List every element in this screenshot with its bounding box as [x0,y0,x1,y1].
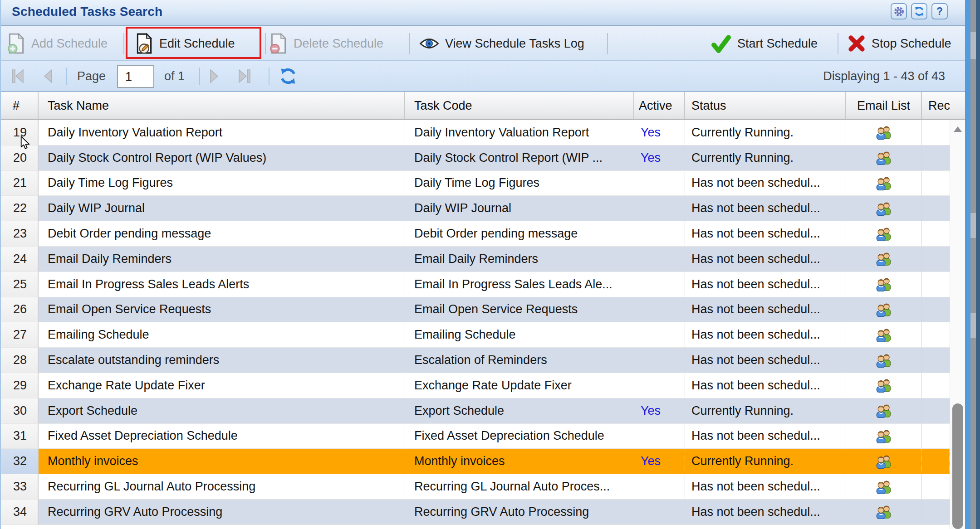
recipients-cell[interactable] [922,221,950,247]
column-header-email-list[interactable]: Email List [846,92,922,119]
task-name-cell[interactable]: Export Schedule [39,398,405,424]
email-list-people-icon[interactable] [875,277,892,291]
recipients-cell[interactable] [922,398,950,424]
task-name-cell[interactable]: Daily Stock Control Report (WIP Values) [39,146,405,171]
table-row[interactable]: 19 Daily Inventory Valuation Report Dail… [0,120,950,146]
table-row[interactable]: 25 Email In Progress Sales Leads Alerts … [0,272,950,297]
task-name-cell[interactable]: Debit Order pending message [39,221,405,247]
active-cell[interactable]: Yes [634,146,685,171]
task-code-cell[interactable]: Monthly invoices [405,449,634,474]
status-cell[interactable]: Has not been schedul... [685,196,846,221]
status-cell[interactable]: Has not been schedul... [685,171,846,196]
task-code-cell[interactable]: Emailing Schedule [405,322,634,348]
recipients-cell[interactable] [922,247,950,272]
email-list-cell[interactable] [846,171,922,196]
active-cell[interactable] [634,247,685,272]
status-cell[interactable]: Has not been schedul... [685,373,846,398]
status-cell[interactable]: Has not been schedul... [685,272,846,297]
column-header-number[interactable]: # [0,92,39,119]
email-list-people-icon[interactable] [875,403,892,418]
column-header-task-name[interactable]: Task Name [39,92,405,119]
task-code-cell[interactable]: Daily WIP Journal [405,196,634,221]
task-name-cell[interactable]: Daily Inventory Valuation Report [39,120,405,146]
task-code-cell[interactable]: Escalation of Reminders [405,348,634,373]
email-list-people-icon[interactable] [875,252,892,266]
recipients-cell[interactable] [922,474,950,500]
recipients-cell[interactable] [922,373,950,398]
active-cell[interactable] [634,272,685,297]
email-list-cell[interactable] [846,247,922,272]
task-name-cell[interactable]: Monthly invoices [39,449,405,474]
status-cell[interactable]: Has not been schedul... [685,322,846,348]
task-code-cell[interactable]: Email Open Service Requests [405,297,634,323]
email-list-cell[interactable] [846,322,922,348]
task-name-cell[interactable]: Emailing Schedule [39,322,405,348]
table-row[interactable]: 34 Recurring GRV Auto Processing Recurri… [0,500,950,525]
help-button[interactable]: ? [931,3,948,19]
task-code-cell[interactable]: Debit Order pending message [405,221,634,247]
status-cell[interactable]: Has not been schedul... [685,348,846,373]
column-header-active[interactable]: Active [634,92,685,119]
table-row[interactable]: 21 Daily Time Log Figures Daily Time Log… [0,171,950,196]
table-row[interactable]: 31 Fixed Asset Depreciation Schedule Fix… [0,424,950,449]
active-cell[interactable] [634,474,685,500]
grid-refresh-button[interactable] [279,61,298,91]
scroll-up-arrow-icon[interactable] [954,126,962,132]
start-schedule-button[interactable]: Start Schedule [710,26,818,61]
email-list-people-icon[interactable] [875,429,892,443]
email-list-cell[interactable] [846,500,922,525]
status-cell[interactable]: Currently Running. [685,398,846,424]
task-name-cell[interactable]: Recurring GRV Auto Processing [39,500,405,525]
active-cell[interactable] [634,171,685,196]
task-code-cell[interactable]: Recurring GRV Auto Processing [405,500,634,525]
task-name-cell[interactable]: Email Daily Reminders [39,247,405,272]
status-cell[interactable]: Has not been schedul... [685,221,846,247]
status-cell[interactable]: Has not been schedul... [685,297,846,323]
email-list-cell[interactable] [846,348,922,373]
recipients-cell[interactable] [922,146,950,171]
task-code-cell[interactable]: Email Daily Reminders [405,247,634,272]
email-list-people-icon[interactable] [875,125,892,140]
status-cell[interactable]: Has not been schedul... [685,247,846,272]
email-list-people-icon[interactable] [875,353,892,368]
active-cell[interactable]: Yes [634,120,685,146]
task-name-cell[interactable]: Daily Time Log Figures [39,171,405,196]
task-code-cell[interactable]: Email In Progress Sales Leads Ale... [405,272,634,297]
status-cell[interactable]: Has not been schedul... [685,474,846,500]
recipients-cell[interactable] [922,449,950,474]
email-list-people-icon[interactable] [875,176,892,190]
table-row[interactable]: 29 Exchange Rate Update Fixer Exchange R… [0,373,950,398]
active-cell[interactable]: Yes [634,398,685,424]
recipients-cell[interactable] [922,424,950,449]
table-row[interactable]: 30 Export Schedule Export Schedule Yes C… [0,398,950,424]
status-cell[interactable]: Currently Running. [685,449,846,474]
column-header-recipients[interactable]: Recipi [922,92,950,119]
task-name-cell[interactable]: Fixed Asset Depreciation Schedule [39,424,405,449]
last-page-button[interactable] [238,61,251,91]
recipients-cell[interactable] [922,500,950,525]
view-schedule-tasks-log-button[interactable]: View Schedule Tasks Log [419,26,584,61]
task-code-cell[interactable]: Exchange Rate Update Fixer [405,373,634,398]
recipients-cell[interactable] [922,272,950,297]
email-list-people-icon[interactable] [875,227,892,241]
email-list-cell[interactable] [846,398,922,424]
table-row[interactable]: 33 Recurring GL Journal Auto Processing … [0,474,950,500]
recipients-cell[interactable] [922,348,950,373]
active-cell[interactable] [634,348,685,373]
status-cell[interactable]: Currently Running. [685,120,846,146]
table-row[interactable]: 24 Email Daily Reminders Email Daily Rem… [0,247,950,272]
settings-button[interactable] [891,3,907,19]
stop-schedule-button[interactable]: Stop Schedule [848,26,951,61]
email-list-cell[interactable] [846,146,922,171]
email-list-cell[interactable] [846,424,922,449]
table-row[interactable]: 28 Escalate outstanding reminders Escala… [0,348,950,373]
email-list-people-icon[interactable] [875,201,892,216]
email-list-cell[interactable] [846,196,922,221]
prev-page-button[interactable] [42,61,54,91]
task-code-cell[interactable]: Recurring GL Journal Auto Proces... [405,474,634,500]
active-cell[interactable] [634,221,685,247]
active-cell[interactable] [634,196,685,221]
recipients-cell[interactable] [922,171,950,196]
recipients-cell[interactable] [922,120,950,146]
email-list-people-icon[interactable] [875,150,892,165]
